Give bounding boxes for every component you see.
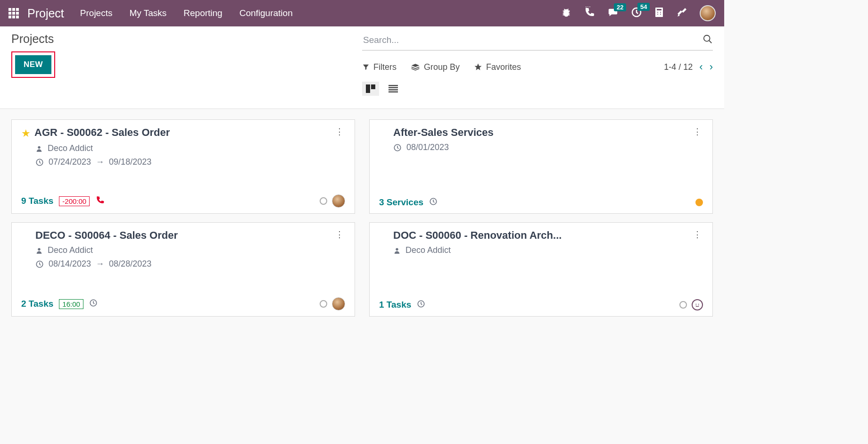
card-menu-icon[interactable]: ⋮ [333,229,345,240]
control-panel: Projects NEW Filters Group By Favorites [0,26,724,109]
svg-point-14 [657,14,658,15]
activities-icon[interactable]: 54 [631,7,642,20]
assignee-avatar[interactable] [332,194,345,208]
svg-rect-19 [389,85,398,86]
clock-icon[interactable] [89,299,98,309]
user-avatar[interactable] [700,5,716,21]
card-menu-icon[interactable]: ⋮ [691,126,703,137]
svg-rect-2 [16,8,19,11]
svg-rect-20 [389,87,398,89]
project-card[interactable]: DECO - S00064 - Sales Order⋮Deco Addict0… [11,222,355,317]
svg-rect-22 [389,92,398,93]
menu-reporting[interactable]: Reporting [183,8,222,18]
menu-configuration[interactable]: Configuration [240,8,293,18]
project-card[interactable]: ★AGR - S00062 - Sales Order⋮Deco Addict0… [11,119,355,214]
card-title: AGR - S00062 - Sales Order [34,126,333,139]
topbar: Project Projects My Tasks Reporting Conf… [0,0,724,26]
kanban-view-button[interactable] [362,82,379,96]
pager: 1-4 / 12 ‹ › [664,61,713,73]
card-dates: 08/01/2023 [393,142,703,152]
card-dates: 08/14/2023→08/28/2023 [35,259,345,269]
svg-rect-21 [389,89,398,91]
task-count[interactable]: 9 Tasks [21,196,53,206]
task-count[interactable]: 2 Tasks [21,299,53,309]
favorites-label: Favorites [486,62,521,72]
task-count[interactable]: 1 Tasks [379,300,411,310]
svg-point-16 [704,35,710,42]
menu-my-tasks[interactable]: My Tasks [129,8,166,18]
menu-projects[interactable]: Projects [80,8,113,18]
svg-point-27 [38,248,40,250]
svg-point-32 [696,304,696,304]
groupby-button[interactable]: Group By [411,62,460,72]
card-footer: 1 Tasks [379,293,703,310]
assignee-avatar[interactable] [332,297,345,310]
new-button[interactable]: NEW [15,55,51,74]
card-title: DOC - S00060 - Renovation Arch... [393,229,691,242]
clock-icon[interactable] [417,300,425,310]
task-count[interactable]: 3 Services [379,197,423,208]
card-footer: 9 Tasks-200:00 [21,189,345,208]
favorites-button[interactable]: Favorites [474,62,521,72]
pager-range[interactable]: 1-4 / 12 [664,62,693,72]
pager-next-button[interactable]: › [710,61,713,73]
kanban-grid: ★AGR - S00062 - Sales Order⋮Deco Addict0… [0,109,724,327]
messages-badge: 22 [614,3,626,11]
status-circle[interactable] [320,197,327,205]
clock-icon[interactable] [429,197,438,208]
search-bar [362,32,713,50]
time-badge: -200:00 [59,196,90,206]
svg-rect-18 [371,84,375,89]
filter-row: Filters Group By Favorites 1-4 / 12 ‹ › [362,61,713,73]
svg-rect-17 [366,84,370,93]
messages-icon[interactable]: 22 [607,7,619,19]
project-card[interactable]: DOC - S00060 - Renovation Arch...⋮Deco A… [369,222,713,317]
bug-icon[interactable] [561,7,571,19]
svg-point-23 [38,146,40,148]
main-menu: Projects My Tasks Reporting Configuratio… [80,8,293,18]
star-icon[interactable]: ★ [21,127,31,140]
svg-rect-3 [8,12,11,15]
svg-rect-11 [657,9,661,10]
svg-point-30 [396,248,398,250]
status-circle[interactable] [679,301,687,309]
card-customer: Deco Addict [35,245,345,255]
filters-label: Filters [373,62,397,72]
svg-rect-6 [8,16,11,18]
svg-rect-8 [16,16,19,18]
smile-icon[interactable] [692,299,703,310]
status-circle[interactable] [320,300,327,308]
list-view-button[interactable] [385,82,402,96]
new-button-highlight: NEW [11,51,55,78]
phone-icon[interactable] [95,195,105,207]
card-title: After-Sales Services [393,126,691,139]
status-circle[interactable] [695,199,703,206]
breadcrumb: Projects [11,32,362,46]
svg-point-13 [660,12,661,13]
groupby-label: Group By [424,62,460,72]
search-icon[interactable] [703,34,713,46]
svg-point-33 [698,304,699,304]
svg-rect-0 [8,8,11,11]
time-badge: 16:00 [59,299,83,309]
card-dates: 07/24/2023→09/18/2023 [35,157,345,167]
card-footer: 2 Tasks16:00 [21,292,345,310]
card-footer: 3 Services [379,192,703,208]
project-card[interactable]: After-Sales Services⋮08/01/20233 Service… [369,119,713,214]
card-customer: Deco Addict [393,245,703,255]
tools-icon[interactable] [676,7,687,20]
card-title: DECO - S00064 - Sales Order [35,229,333,242]
card-menu-icon[interactable]: ⋮ [691,229,703,240]
card-customer: Deco Addict [35,143,345,153]
pager-prev-button[interactable]: ‹ [699,61,703,73]
svg-point-15 [660,14,661,15]
calculator-icon[interactable] [654,7,664,20]
card-menu-icon[interactable]: ⋮ [333,126,345,137]
brand-title[interactable]: Project [27,7,64,20]
search-input[interactable] [362,32,703,48]
svg-rect-4 [12,12,15,15]
phone-icon[interactable] [584,7,595,20]
filters-button[interactable]: Filters [362,62,397,72]
apps-icon[interactable] [8,8,19,18]
topbar-right: 22 54 [561,5,716,21]
